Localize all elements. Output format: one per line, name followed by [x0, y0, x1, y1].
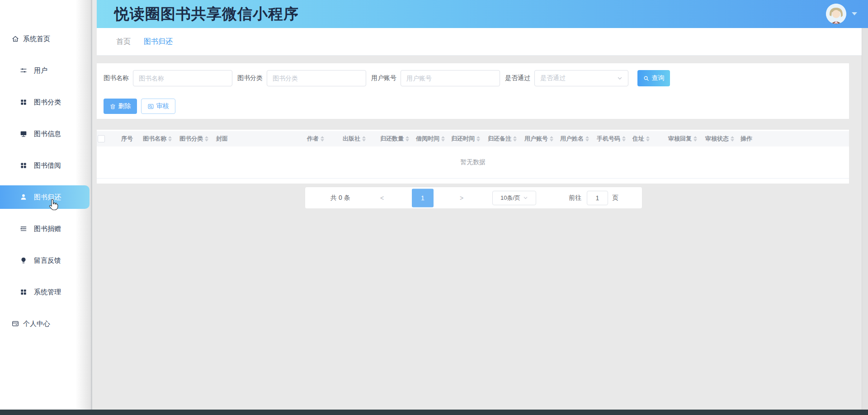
- sidebar-item-label: 个人中心: [23, 320, 50, 328]
- column-label: 封面: [216, 135, 228, 143]
- sidebar-item-personal-center[interactable]: 个人中心: [0, 308, 91, 340]
- bulb-icon: [19, 256, 28, 264]
- sort-icon[interactable]: [441, 136, 445, 141]
- page-title: 悦读圈图书共享微信小程序: [114, 0, 299, 28]
- table-column-user-name[interactable]: 用户姓名: [560, 135, 597, 143]
- sort-icon[interactable]: [513, 136, 517, 141]
- delete-button-label: 删除: [118, 102, 131, 110]
- pass-status-select[interactable]: 是否通过: [534, 70, 628, 86]
- prev-page-button[interactable]: <: [377, 194, 387, 202]
- sort-icon[interactable]: [362, 136, 366, 141]
- page-size-select[interactable]: 10条/页: [492, 191, 536, 205]
- pass-status-label: 是否通过: [505, 74, 530, 82]
- sidebar-item-home[interactable]: 系统首页: [0, 23, 91, 55]
- sidebar-item-label: 图书信息: [34, 130, 61, 138]
- sidebar-item-book-info[interactable]: 图书信息: [0, 118, 91, 150]
- book-name-label: 图书名称: [104, 74, 129, 82]
- pagination-total: 共 0 条: [330, 194, 350, 202]
- avatar[interactable]: [826, 4, 846, 24]
- select-all-checkbox[interactable]: [98, 135, 105, 142]
- goto-page-suffix: 页: [612, 194, 618, 202]
- delete-button[interactable]: 删除: [104, 99, 137, 114]
- table-column-user-account[interactable]: 用户账号: [524, 135, 560, 143]
- column-label: 用户姓名: [560, 135, 584, 143]
- sort-icon[interactable]: [205, 136, 208, 141]
- sliders-icon: [19, 66, 28, 75]
- table-column-return-time[interactable]: 归还时间: [451, 135, 488, 143]
- trash-icon: [110, 104, 116, 109]
- table-column-publisher[interactable]: 出版社: [343, 135, 380, 143]
- breadcrumb-book-return[interactable]: 图书归还: [144, 37, 173, 47]
- table-column-author[interactable]: 作者: [307, 135, 343, 143]
- sort-icon[interactable]: [646, 136, 650, 141]
- column-label: 借阅时间: [416, 135, 439, 143]
- sort-icon[interactable]: [693, 136, 697, 141]
- table-column-audit-status[interactable]: 审核状态: [705, 135, 741, 143]
- sidebar-divider: [91, 0, 92, 410]
- sidebar-item-feedback[interactable]: 留言反馈: [0, 245, 91, 276]
- audit-icon: [148, 104, 154, 109]
- book-name-input[interactable]: [133, 70, 232, 86]
- sort-icon[interactable]: [731, 136, 734, 141]
- sidebar-item-book-category[interactable]: 图书分类: [0, 86, 91, 118]
- grid-icon: [19, 98, 28, 106]
- sidebar-item-book-return[interactable]: 图书归还: [0, 185, 90, 209]
- table-column-book-category[interactable]: 图书分类: [179, 135, 216, 143]
- next-page-button[interactable]: >: [456, 194, 467, 202]
- sidebar-item-label: 图书分类: [34, 98, 61, 107]
- column-label: 住址: [632, 135, 644, 143]
- scrollbar-track[interactable]: [862, 28, 868, 410]
- sidebar-item-users[interactable]: 用户: [0, 55, 91, 86]
- grid-icon: [19, 161, 28, 170]
- breadcrumb: 首页图书归还: [97, 28, 862, 56]
- user-menu[interactable]: [826, 4, 857, 24]
- sidebar-item-book-donate[interactable]: 图书捐赠: [0, 213, 91, 245]
- sidebar-item-book-borrow[interactable]: 图书借阅: [0, 150, 91, 181]
- sidebar-item-label: 图书捐赠: [34, 225, 61, 233]
- filter-panel: 图书名称图书分类用户账号是否通过是否通过 查询 删除: [97, 63, 849, 119]
- sidebar-item-label: 系统管理: [34, 288, 61, 297]
- pagination: 共 0 条 < 1 > 10条/页 前往 页: [305, 187, 642, 209]
- user-account-input[interactable]: [401, 70, 500, 86]
- sort-icon[interactable]: [476, 136, 480, 141]
- sort-icon[interactable]: [321, 136, 324, 141]
- table-column-return-quantity[interactable]: 归还数量: [380, 135, 416, 143]
- main-content: 悦读圈图书共享微信小程序 首页图书归还 图书名称图书分类用户账号是否通过是否通过: [92, 0, 868, 410]
- book-category-label: 图书分类: [237, 74, 263, 82]
- sidebar-item-label: 系统首页: [23, 35, 50, 43]
- hand-cursor-icon: [48, 198, 60, 210]
- search-button[interactable]: 查询: [637, 70, 670, 86]
- table-column-audit-reply[interactable]: 审核回复: [668, 135, 705, 143]
- column-label: 归还备注: [488, 135, 511, 143]
- sidebar-item-system-manage[interactable]: 系统管理: [0, 276, 91, 308]
- audit-button[interactable]: 审核: [141, 99, 175, 114]
- table-column-index: 序号: [121, 135, 143, 143]
- goto-page-input[interactable]: [587, 191, 608, 205]
- column-label: 出版社: [343, 135, 360, 143]
- monitor-icon: [19, 130, 28, 138]
- table-column-return-note[interactable]: 归还备注: [488, 135, 524, 143]
- column-label: 操作: [741, 135, 752, 143]
- table-header: 序号图书名称图书分类封面作者出版社归还数量借阅时间归还时间归还备注用户账号用户姓…: [97, 131, 849, 146]
- page-1-button[interactable]: 1: [412, 189, 434, 207]
- screen: 系统首页用户图书分类图书信息图书借阅图书归还图书捐赠留言反馈系统管理个人中心 悦…: [0, 0, 868, 415]
- sidebar-item-label: 留言反馈: [34, 256, 61, 265]
- sort-icon[interactable]: [622, 136, 626, 141]
- sort-icon[interactable]: [550, 136, 553, 141]
- breadcrumb-home[interactable]: 首页: [116, 37, 131, 47]
- table-empty-row: 暂无数据: [97, 146, 849, 179]
- user-icon: [19, 193, 28, 201]
- sort-icon[interactable]: [585, 136, 589, 141]
- book-category-input[interactable]: [267, 70, 366, 86]
- wallet-icon: [11, 320, 19, 328]
- table-column-borrow-time[interactable]: 借阅时间: [416, 135, 451, 143]
- grid-icon: [19, 288, 28, 296]
- table-column-cover: 封面: [216, 135, 307, 143]
- sort-icon[interactable]: [406, 136, 409, 141]
- sort-icon[interactable]: [168, 136, 172, 141]
- table-column-phone[interactable]: 手机号码: [597, 135, 632, 143]
- table-column-book-name[interactable]: 图书名称: [143, 135, 179, 143]
- sidebar: 系统首页用户图书分类图书信息图书借阅图书归还图书捐赠留言反馈系统管理个人中心: [0, 0, 91, 410]
- table-column-address[interactable]: 住址: [632, 135, 668, 143]
- column-label: 归还时间: [451, 135, 475, 143]
